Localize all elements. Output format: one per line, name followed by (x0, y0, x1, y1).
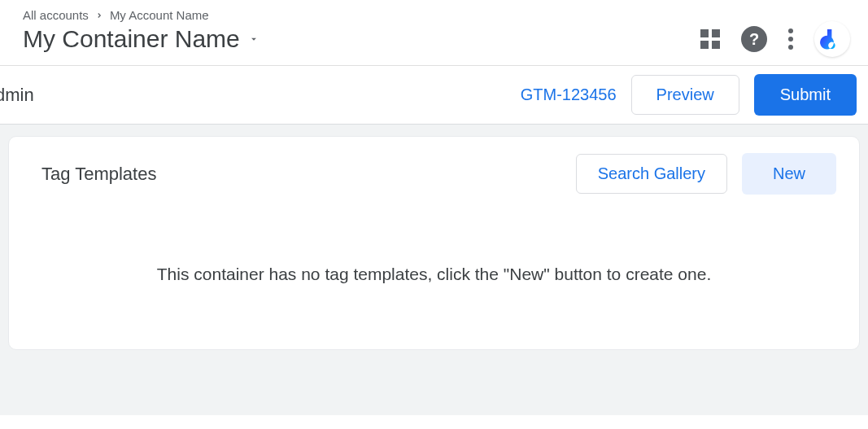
more-vert-icon[interactable] (788, 28, 793, 50)
brand-logo[interactable] (814, 21, 850, 57)
container-id-link[interactable]: GTM-123456 (521, 85, 617, 104)
submit-button[interactable]: Submit (754, 74, 857, 116)
header-left: All accounts My Account Name My Containe… (23, 8, 260, 53)
breadcrumb: All accounts My Account Name (23, 8, 260, 22)
tag-templates-panel: Tag Templates Search Gallery New This co… (8, 136, 860, 350)
apps-icon[interactable] (700, 29, 720, 49)
container-title: My Container Name (23, 25, 240, 53)
help-icon[interactable]: ? (741, 26, 767, 52)
breadcrumb-parent[interactable]: All accounts (23, 8, 89, 22)
panel-header: Tag Templates Search Gallery New (9, 137, 859, 212)
title-row: My Container Name (23, 25, 260, 53)
chevron-right-icon (95, 11, 103, 20)
search-gallery-button[interactable]: Search Gallery (576, 154, 727, 194)
sub-toolbar-left-label[interactable]: dmin (0, 85, 34, 106)
empty-state-message: This container has no tag templates, cli… (9, 212, 859, 300)
panel-actions: Search Gallery New (576, 153, 836, 195)
panel-title: Tag Templates (41, 164, 156, 185)
caret-down-icon[interactable] (248, 33, 260, 45)
sub-toolbar-right: GTM-123456 Preview Submit (521, 74, 860, 116)
content-area: Tag Templates Search Gallery New This co… (0, 125, 868, 415)
new-button[interactable]: New (742, 153, 836, 195)
header-bar: All accounts My Account Name My Containe… (0, 0, 868, 66)
breadcrumb-current[interactable]: My Account Name (110, 8, 209, 22)
preview-button[interactable]: Preview (631, 75, 739, 115)
sub-toolbar: dmin GTM-123456 Preview Submit (0, 66, 868, 125)
header-right: ? (700, 8, 850, 57)
